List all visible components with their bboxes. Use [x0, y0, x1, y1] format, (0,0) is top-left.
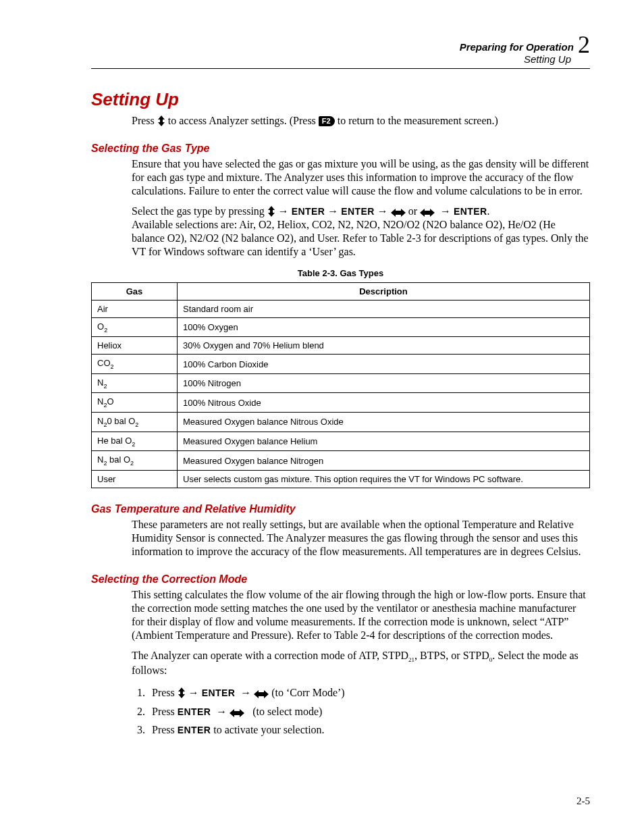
- table-row: He bal O2Measured Oxygen balance Helium: [92, 432, 590, 451]
- svg-marker-5: [254, 690, 269, 698]
- table-row: N2O100% Nitrous Oxide: [92, 393, 590, 413]
- step1-prefix: Press: [152, 687, 178, 698]
- svg-marker-3: [420, 209, 435, 217]
- f2-key-icon: F2: [319, 116, 335, 127]
- gas-cell: User: [92, 470, 178, 488]
- enter-key: ENTER: [178, 725, 211, 735]
- temp-rh-p1: These parameters are not really settings…: [132, 518, 590, 558]
- desc-cell: 100% Nitrogen: [178, 373, 590, 393]
- page-number: 2-5: [576, 796, 590, 807]
- left-right-icon: [391, 209, 406, 217]
- corr-mode-p2: The Analyzer can operate with a correcti…: [132, 649, 590, 677]
- arrow-icon: →: [377, 205, 388, 217]
- up-down-icon: [267, 206, 275, 217]
- period: .: [487, 205, 490, 217]
- enter-key: ENTER: [454, 206, 487, 217]
- temp-rh-heading: Gas Temperature and Relative Humidity: [91, 503, 590, 515]
- corr-p2-b: , BTPS, or STPD: [414, 650, 489, 661]
- up-down-icon: [178, 687, 186, 698]
- left-right-icon: [420, 209, 435, 217]
- table-row: Heliox30% Oxygen and 70% Helium blend: [92, 337, 590, 355]
- table-row: CO2100% Carbon Dioxide: [92, 355, 590, 374]
- table-row: UserUser selects custom gas mixture. Thi…: [92, 470, 590, 488]
- table-head-desc: Description: [178, 282, 590, 300]
- intro-text-2: to access Analyzer settings. (Press: [165, 115, 319, 126]
- gas-cell: N2O: [92, 393, 178, 413]
- step-1: Press → ENTER → (to ‘Corr Mode’): [148, 684, 590, 702]
- enter-key: ENTER: [202, 687, 235, 698]
- arrow-icon: →: [240, 687, 251, 698]
- arrow-icon: →: [188, 687, 199, 698]
- step3-prefix: Press: [152, 724, 178, 735]
- steps-list: Press → ENTER → (to ‘Corr Mode’) Press E…: [132, 684, 590, 739]
- or-text: or: [408, 205, 420, 217]
- gas-cell: Air: [92, 300, 178, 317]
- desc-cell: Measured Oxygen balance Helium: [178, 432, 590, 451]
- section-title: Setting Up: [91, 89, 590, 110]
- step-2: Press ENTER → (to select mode): [148, 703, 590, 721]
- gas-cell: He bal O2: [92, 432, 178, 451]
- desc-cell: Measured Oxygen balance Nitrous Oxide: [178, 413, 590, 432]
- page-header: Preparing for Operation 2 Setting Up: [91, 34, 590, 66]
- table-row: N2100% Nitrogen: [92, 373, 590, 393]
- intro-paragraph: Press to access Analyzer settings. (Pres…: [132, 114, 590, 128]
- arrow-icon: →: [278, 205, 289, 217]
- gas-type-heading: Selecting the Gas Type: [91, 142, 590, 155]
- gas-cell: CO2: [92, 355, 178, 374]
- desc-cell: User selects custom gas mixture. This op…: [178, 470, 590, 488]
- arrow-icon: →: [440, 205, 451, 217]
- up-down-icon: [157, 115, 165, 126]
- arrow-icon: →: [216, 706, 227, 717]
- corr-mode-heading: Selecting the Correction Mode: [91, 573, 590, 585]
- table-row: AirStandard room air: [92, 300, 590, 317]
- svg-marker-4: [178, 687, 185, 698]
- gas-type-p1: Ensure that you have selected the gas or…: [132, 157, 590, 198]
- svg-marker-2: [391, 209, 406, 217]
- table-head-gas: Gas: [92, 282, 178, 300]
- desc-cell: 30% Oxygen and 70% Helium blend: [178, 337, 590, 355]
- desc-cell: 100% Carbon Dioxide: [178, 355, 590, 374]
- gas-types-table: Gas Description AirStandard room airO210…: [91, 282, 590, 488]
- arrow-icon: →: [327, 205, 338, 217]
- step3-suffix: to activate your selection.: [213, 724, 324, 735]
- intro-text-3: to return to the measurement screen.): [338, 115, 498, 126]
- step1-suffix: (to ‘Corr Mode’): [271, 687, 344, 698]
- step-3: Press ENTER to activate your selection.: [148, 721, 590, 739]
- desc-cell: Measured Oxygen balance Nitrogen: [178, 451, 590, 471]
- corr-p2-sub1: 21: [408, 656, 414, 663]
- left-right-icon: [254, 690, 269, 698]
- corr-mode-p1: This setting calculates the flow volume …: [132, 588, 590, 642]
- step2-prefix: Press: [152, 706, 178, 717]
- gas-cell: N2 bal O2: [92, 451, 178, 471]
- left-right-icon: [230, 709, 244, 717]
- gas-cell: Heliox: [92, 337, 178, 355]
- gas-cell: O2: [92, 317, 178, 337]
- header-section-title: Setting Up: [524, 53, 571, 65]
- table-row: N20 bal O2Measured Oxygen balance Nitrou…: [92, 413, 590, 432]
- gas-cell: N2: [92, 373, 178, 393]
- header-rule: [91, 68, 590, 69]
- desc-cell: 100% Nitrous Oxide: [178, 393, 590, 413]
- desc-cell: Standard room air: [178, 300, 590, 317]
- gas-p2-prefix: Select the gas type by pressing: [132, 205, 267, 217]
- enter-key: ENTER: [292, 206, 325, 217]
- enter-key: ENTER: [341, 206, 374, 217]
- table-row: O2100% Oxygen: [92, 317, 590, 337]
- svg-marker-6: [230, 709, 244, 717]
- table-caption: Table 2-3. Gas Types: [91, 268, 590, 278]
- gas-type-p2: Select the gas type by pressing → ENTER …: [132, 205, 590, 259]
- intro-text: Press: [132, 115, 157, 126]
- corr-p2-a: The Analyzer can operate with a correcti…: [132, 650, 408, 661]
- svg-marker-1: [268, 206, 275, 217]
- enter-key: ENTER: [178, 706, 211, 717]
- header-chapter-title: Preparing for Operation: [460, 41, 574, 53]
- table-row: N2 bal O2Measured Oxygen balance Nitroge…: [92, 451, 590, 471]
- header-chapter-number: 2: [578, 31, 590, 59]
- svg-marker-0: [158, 115, 165, 126]
- step2-suffix: (to select mode): [250, 706, 322, 717]
- gas-cell: N20 bal O2: [92, 413, 178, 432]
- desc-cell: 100% Oxygen: [178, 317, 590, 337]
- gas-p2-line2: Available selections are: Air, O2, Helio…: [132, 219, 589, 257]
